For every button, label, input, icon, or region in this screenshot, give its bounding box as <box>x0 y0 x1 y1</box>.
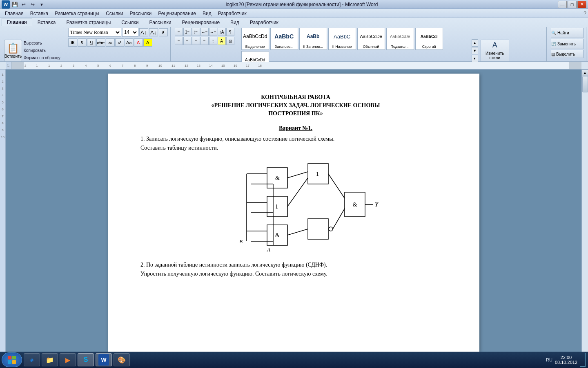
style-title[interactable]: AaBbC II Название <box>328 28 356 50</box>
bullets-button[interactable]: ≡ <box>175 28 183 36</box>
sort-button[interactable]: ↕A <box>218 28 226 36</box>
multilevel-list-button[interactable]: ⁝≡ <box>192 28 200 36</box>
scroll-thumb[interactable] <box>582 76 588 92</box>
document-area[interactable]: КОНТРОЛЬНАЯ РАБОТА «РЕШЕНИЕ ЛОГИЧЕСКИХ З… <box>6 70 581 358</box>
style-heading2[interactable]: AaBb II Заголов... <box>299 28 327 50</box>
font-size-select[interactable]: 14 <box>122 28 138 37</box>
font-color-button[interactable]: A <box>134 38 143 47</box>
tab-insert[interactable]: Вставка <box>32 18 61 26</box>
tab-mailings[interactable]: Рассылки <box>144 18 177 26</box>
align-center-button[interactable]: ≡ <box>183 37 192 45</box>
decrease-indent-button[interactable]: ←≡ <box>200 28 209 36</box>
tab-home[interactable]: Главная <box>2 18 32 26</box>
underline-button[interactable]: Ч <box>87 38 96 47</box>
increase-indent-button[interactable]: →≡ <box>209 28 217 36</box>
customize-quick-access-button[interactable]: ▾ <box>38 0 46 9</box>
document-page[interactable]: КОНТРОЛЬНАЯ РАБОТА «РЕШЕНИЕ ЛОГИЧЕСКИХ З… <box>108 74 479 352</box>
maximize-button[interactable]: □ <box>568 1 577 8</box>
shading-button[interactable]: A <box>218 37 226 45</box>
replace-button[interactable]: 🔄 Заменить <box>551 39 584 49</box>
grow-font-button[interactable]: A↑ <box>139 28 148 36</box>
taskbar-ie[interactable]: e <box>24 353 40 366</box>
tab-view[interactable]: Вид <box>225 18 245 26</box>
undo-button[interactable]: ↩ <box>20 0 28 9</box>
connect-or-to-or2 <box>287 178 308 206</box>
italic-button[interactable]: К <box>78 38 87 47</box>
taskbar-paint[interactable]: 🎨 <box>114 353 130 366</box>
superscript-button[interactable]: x² <box>115 38 124 47</box>
highlight-button[interactable]: A <box>143 38 152 47</box>
menu-mailings[interactable]: Рассылки <box>126 10 155 17</box>
quick-access-toolbar[interactable]: W 💾 ↩ ↪ ▾ <box>2 0 46 9</box>
align-right-button[interactable]: ≡ <box>192 37 200 45</box>
bold-button[interactable]: Ж <box>68 38 77 47</box>
numbering-button[interactable]: 1≡ <box>183 28 192 36</box>
style-strict[interactable]: AaBbCcI Строгий <box>415 28 443 50</box>
style-normal[interactable]: AaBbCcDd Выделение <box>241 28 269 50</box>
style-default[interactable]: AaBbCcDe Обычный <box>357 28 385 50</box>
vertical-scrollbar[interactable]: ▲ ▼ <box>581 70 588 358</box>
menu-review[interactable]: Рецензирование <box>155 10 199 17</box>
shrink-font-button[interactable]: A↓ <box>149 28 158 36</box>
tab-developer[interactable]: Разработчик <box>245 18 284 26</box>
save-button[interactable]: 💾 <box>11 0 19 9</box>
styles-scroll-down[interactable]: ▼ <box>472 47 478 54</box>
font-case-button[interactable]: Aa <box>125 38 134 47</box>
start-button[interactable] <box>2 352 22 367</box>
line-spacing-button[interactable]: ↕ <box>209 37 217 45</box>
taskbar-word[interactable]: W <box>96 353 112 366</box>
format-painter-button[interactable]: Формат по образцу <box>23 54 61 61</box>
show-desktop-button[interactable] <box>580 352 586 367</box>
subscript-button[interactable]: x₂ <box>106 38 115 47</box>
word-taskbar-icon: W <box>98 354 109 366</box>
taskbar-skype[interactable]: S <box>78 353 94 366</box>
system-clock: 22:00 08.10.2012 <box>555 355 577 365</box>
title-bar: W 💾 ↩ ↪ ▾ logika20 [Режим ограниченной ф… <box>0 0 588 9</box>
ruler-corner[interactable]: L <box>6 62 11 69</box>
font-family-select[interactable]: Times New Roman <box>68 28 121 37</box>
borders-button[interactable]: ⊡ <box>226 37 234 45</box>
copy-button[interactable]: Копировать <box>23 47 61 54</box>
window-controls[interactable]: — □ ✕ <box>558 1 586 8</box>
menu-references[interactable]: Ссылки <box>102 10 126 17</box>
justify-button[interactable]: ≡ <box>200 37 209 45</box>
svg-rect-1 <box>12 356 16 359</box>
gate-and-final-label: & <box>353 202 357 208</box>
connect-and-bottom-to-not <box>287 229 308 235</box>
select-button[interactable]: ▤ Выделить <box>551 50 584 58</box>
strikethrough-button[interactable]: abe <box>96 38 105 47</box>
select-label: Выделить <box>556 52 575 56</box>
circuit-svg: & 1 & 1 & <box>210 155 381 254</box>
close-button[interactable]: ✕ <box>577 1 586 8</box>
tab-references[interactable]: Ссылки <box>116 18 144 26</box>
help-button[interactable]: ? <box>584 11 586 16</box>
tab-page-layout[interactable]: Разметка страницы <box>61 18 116 26</box>
menu-page-layout[interactable]: Разметка страницы <box>51 10 102 17</box>
scroll-up-button[interactable]: ▲ <box>582 70 588 76</box>
styles-scroll[interactable]: ▲ ▼ ▾ <box>472 39 478 62</box>
find-icon: 🔍 <box>551 31 556 35</box>
styles-scroll-up[interactable]: ▲ <box>472 39 478 47</box>
change-styles-button[interactable]: A Изменить стили <box>481 40 509 62</box>
tray-lang-button[interactable]: RU <box>546 357 552 362</box>
taskbar-explorer[interactable]: 📁 <box>42 353 58 366</box>
styles-more[interactable]: ▾ <box>472 55 478 62</box>
menu-insert[interactable]: Вставка <box>27 10 52 17</box>
cut-button[interactable]: Вырезать <box>23 40 61 47</box>
tab-review[interactable]: Рецензирование <box>176 18 225 26</box>
menu-developer[interactable]: Разработчик <box>215 10 250 17</box>
show-formatting-button[interactable]: ¶ <box>226 28 234 36</box>
align-left-button[interactable]: ≡ <box>175 37 183 45</box>
output-y-label: Y <box>375 202 379 208</box>
find-button[interactable]: 🔍 Найти <box>551 28 584 38</box>
menu-view[interactable]: Вид <box>199 10 215 17</box>
paste-button[interactable]: 📋 Вставить <box>4 40 22 62</box>
menu-home[interactable]: Главная <box>2 10 27 17</box>
redo-button[interactable]: ↪ <box>29 0 37 9</box>
style-heading1[interactable]: AaBbC Заголово... <box>270 28 298 50</box>
clear-format-button[interactable]: ✗ <box>159 28 168 36</box>
style-subtitle[interactable]: AaBbCcDe Подзагол... <box>386 28 414 50</box>
minimize-button[interactable]: — <box>558 1 567 8</box>
scroll-track[interactable] <box>582 76 588 352</box>
taskbar-mediaplayer[interactable]: ▶ <box>60 353 76 366</box>
